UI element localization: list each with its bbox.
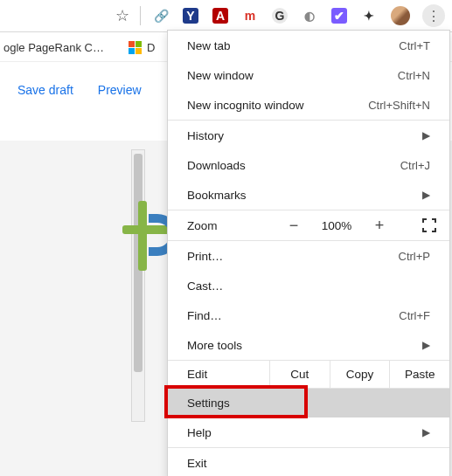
bookmark-item-pagerank[interactable]: ogle PageRank C… (3, 41, 104, 54)
menu-label: New tab (187, 39, 231, 52)
menu-label: More tools (187, 339, 242, 352)
bookmark-star-icon[interactable]: ☆ (115, 6, 129, 25)
preview-link[interactable]: Preview (98, 83, 142, 97)
y-icon[interactable]: Y (183, 8, 198, 24)
link-icon[interactable]: 🔗 (153, 8, 169, 24)
m-icon[interactable]: m (242, 8, 258, 24)
edit-label: Edit (168, 361, 269, 388)
menu-item-help[interactable]: Help ▶ (168, 417, 449, 447)
menu-label: Bookmarks (187, 189, 247, 202)
menu-label: Print… (187, 250, 223, 263)
menu-item-more-tools[interactable]: More tools ▶ (168, 330, 449, 360)
menu-item-history[interactable]: History ▶ (168, 121, 449, 150)
menu-item-exit[interactable]: Exit (168, 448, 449, 476)
menu-label: Downloads (187, 159, 246, 172)
menu-item-new-window[interactable]: New window Ctrl+N (168, 60, 449, 90)
bookmark-item-ms[interactable]: D (129, 41, 155, 54)
menu-shortcut: Ctrl+F (399, 309, 430, 322)
adobe-icon[interactable]: A (212, 8, 228, 24)
zoom-label: Zoom (187, 219, 271, 232)
zoom-out-button[interactable]: − (280, 217, 308, 233)
menu-shortcut: Ctrl+J (400, 159, 430, 172)
menu-label: Find… (187, 309, 222, 322)
check-icon[interactable]: ✔ (331, 8, 347, 24)
menu-label: Help (187, 426, 212, 439)
puzzle-icon[interactable]: ✦ (361, 8, 377, 24)
menu-item-incognito[interactable]: New incognito window Ctrl+Shift+N (168, 90, 449, 120)
microsoft-icon (129, 41, 142, 54)
menu-item-new-tab[interactable]: New tab Ctrl+T (168, 31, 449, 60)
menu-label: History (187, 129, 224, 142)
menu-item-cast[interactable]: Cast… (168, 271, 449, 300)
menu-shortcut: Ctrl+P (399, 250, 430, 263)
zoom-value: 100% (316, 219, 357, 232)
menu-label: New incognito window (187, 99, 304, 112)
chevron-right-icon: ▶ (422, 129, 430, 141)
menu-label: Settings (187, 397, 230, 410)
cut-button[interactable]: Cut (269, 361, 330, 388)
menu-shortcut: Ctrl+T (399, 39, 430, 52)
menu-item-settings[interactable]: Settings (168, 389, 449, 417)
menu-shortcut: Ctrl+N (398, 69, 430, 82)
menu-item-print[interactable]: Print… Ctrl+P (168, 241, 449, 271)
circle-icon[interactable]: ◐ (302, 8, 317, 24)
highlight-box (164, 385, 308, 418)
extension-icons: 🔗YAmG◐✔✦ (146, 8, 384, 24)
chevron-right-icon: ▶ (422, 426, 430, 438)
menu-item-bookmarks[interactable]: Bookmarks ▶ (168, 180, 449, 210)
fullscreen-icon[interactable] (421, 217, 437, 233)
scrollbar-track[interactable] (131, 149, 145, 422)
g-icon[interactable]: G (272, 8, 288, 24)
menu-item-find[interactable]: Find… Ctrl+F (168, 300, 449, 330)
toolbar-divider (140, 6, 141, 25)
menu-item-edit: Edit Cut Copy Paste (168, 360, 449, 388)
scrollbar-thumb[interactable] (134, 154, 143, 372)
menu-shortcut: Ctrl+Shift+N (368, 99, 430, 112)
menu-item-downloads[interactable]: Downloads Ctrl+J (168, 150, 449, 180)
bookmark-label: D (147, 41, 155, 54)
chrome-menu: New tab Ctrl+T New window Ctrl+N New inc… (167, 30, 450, 476)
browser-toolbar: ☆ 🔗YAmG◐✔✦ ⋮ (0, 0, 452, 32)
chevron-right-icon: ▶ (422, 189, 430, 201)
copy-button[interactable]: Copy (330, 361, 390, 388)
menu-label: Exit (187, 457, 207, 470)
menu-item-zoom: Zoom − 100% + (168, 210, 449, 240)
chevron-right-icon: ▶ (422, 339, 430, 351)
bookmark-label: ogle PageRank C… (3, 41, 104, 54)
chrome-menu-button[interactable]: ⋮ (422, 4, 445, 27)
paste-button[interactable]: Paste (389, 361, 449, 388)
profile-avatar[interactable] (391, 6, 410, 25)
zoom-in-button[interactable]: + (365, 217, 393, 233)
save-draft-link[interactable]: Save draft (17, 83, 73, 97)
menu-label: New window (187, 69, 254, 82)
menu-label: Cast… (187, 279, 223, 293)
